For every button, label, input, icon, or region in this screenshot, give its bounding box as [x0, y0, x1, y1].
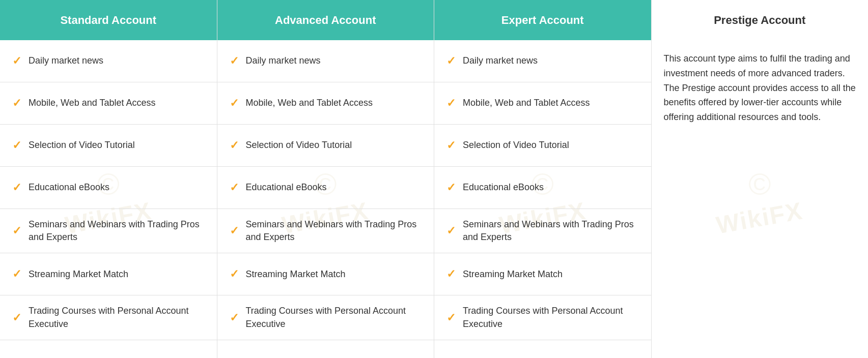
prestige-description: This account type aims to fulfil the tra…	[652, 40, 869, 136]
feature-text-expert-1: Mobile, Web and Tablet Access	[463, 97, 590, 109]
checkmark-icon-standard-3: ✓	[12, 181, 21, 194]
feature-text-standard-0: Daily market news	[29, 54, 103, 67]
checkmark-icon-expert-0: ✓	[446, 54, 456, 68]
checkmark-icon-standard-4: ✓	[12, 224, 21, 237]
col-inner-standard: ©WikiFX✓Daily market news✓Mobile, Web an…	[0, 40, 217, 358]
checkmark-icon-expert-1: ✓	[446, 97, 456, 110]
feature-text-expert-4: Seminars and Webinars with Trading Pros …	[463, 218, 639, 244]
comparison-table: Standard Account©WikiFX✓Daily market new…	[0, 0, 868, 358]
checkmark-icon-advanced-4: ✓	[230, 224, 239, 237]
feature-text-expert-3: Educational eBooks	[463, 181, 544, 194]
checkmark-icon-standard-5: ✓	[12, 267, 21, 281]
feature-row-expert-6: ✓Trading Courses with Personal Account E…	[434, 295, 651, 340]
checkmark-icon-expert-5: ✓	[446, 267, 456, 281]
feature-text-advanced-0: Daily market news	[246, 54, 321, 67]
feature-row-expert-5: ✓Streaming Market Match	[434, 253, 651, 295]
feature-text-standard-6: Trading Courses with Personal Account Ex…	[29, 305, 205, 330]
checkmark-icon-advanced-6: ✓	[230, 311, 239, 324]
checkmark-icon-advanced-3: ✓	[230, 181, 239, 194]
watermark-circle: ©	[748, 167, 771, 202]
checkmark-icon-advanced-0: ✓	[230, 54, 239, 68]
feature-text-advanced-1: Mobile, Web and Tablet Access	[246, 97, 373, 109]
checkmark-icon-standard-1: ✓	[12, 97, 21, 110]
checkmark-icon-expert-3: ✓	[446, 181, 456, 194]
feature-text-expert-2: Selection of Video Tutorial	[463, 139, 569, 152]
checkmark-icon-advanced-2: ✓	[230, 139, 239, 152]
feature-row-standard-5: ✓Streaming Market Match	[0, 253, 217, 295]
checkmark-icon-standard-2: ✓	[12, 139, 21, 152]
feature-text-standard-3: Educational eBooks	[29, 181, 109, 194]
col-inner-prestige: ©WikiFXThis account type aims to fulfil …	[652, 40, 869, 358]
watermark-text: WikiFX	[714, 196, 805, 239]
checkmark-icon-standard-6: ✓	[12, 311, 21, 324]
header-prestige: Prestige Account	[652, 0, 869, 40]
feature-row-advanced-1: ✓Mobile, Web and Tablet Access	[217, 82, 434, 125]
header-expert: Expert Account	[434, 0, 651, 40]
feature-row-advanced-0: ✓Daily market news	[217, 40, 434, 82]
feature-text-advanced-5: Streaming Market Match	[246, 268, 346, 281]
feature-row-standard-6: ✓Trading Courses with Personal Account E…	[0, 295, 217, 340]
feature-row-expert-4: ✓Seminars and Webinars with Trading Pros…	[434, 209, 651, 253]
checkmark-icon-expert-4: ✓	[446, 224, 456, 237]
feature-row-standard-4: ✓Seminars and Webinars with Trading Pros…	[0, 209, 217, 253]
feature-row-advanced-4: ✓Seminars and Webinars with Trading Pros…	[217, 209, 434, 253]
checkmark-icon-expert-6: ✓	[446, 311, 456, 324]
feature-text-advanced-6: Trading Courses with Personal Account Ex…	[246, 305, 422, 330]
feature-row-standard-2: ✓Selection of Video Tutorial	[0, 125, 217, 167]
header-advanced: Advanced Account	[217, 0, 434, 40]
col-inner-advanced: ©WikiFX✓Daily market news✓Mobile, Web an…	[217, 40, 434, 358]
checkmark-icon-advanced-5: ✓	[230, 267, 239, 281]
feature-row-expert-1: ✓Mobile, Web and Tablet Access	[434, 82, 651, 125]
feature-text-standard-5: Streaming Market Match	[29, 268, 128, 281]
checkmark-icon-advanced-1: ✓	[230, 97, 239, 110]
checkmark-icon-expert-2: ✓	[446, 139, 456, 152]
feature-row-advanced-6: ✓Trading Courses with Personal Account E…	[217, 295, 434, 340]
column-standard: Standard Account©WikiFX✓Daily market new…	[0, 0, 217, 358]
feature-row-advanced-3: ✓Educational eBooks	[217, 167, 434, 209]
column-expert: Expert Account©WikiFX✓Daily market news✓…	[434, 0, 652, 358]
feature-row-expert-3: ✓Educational eBooks	[434, 167, 651, 209]
feature-text-advanced-3: Educational eBooks	[246, 181, 327, 194]
feature-text-expert-5: Streaming Market Match	[463, 268, 563, 281]
feature-row-expert-0: ✓Daily market news	[434, 40, 651, 82]
header-standard: Standard Account	[0, 0, 217, 40]
checkmark-icon-standard-0: ✓	[12, 54, 21, 68]
feature-text-advanced-2: Selection of Video Tutorial	[246, 139, 352, 152]
feature-text-standard-4: Seminars and Webinars with Trading Pros …	[29, 218, 205, 244]
feature-row-expert-2: ✓Selection of Video Tutorial	[434, 125, 651, 167]
feature-row-advanced-5: ✓Streaming Market Match	[217, 253, 434, 295]
column-prestige: Prestige Account©WikiFXThis account type…	[652, 0, 869, 358]
column-advanced: Advanced Account©WikiFX✓Daily market new…	[217, 0, 435, 358]
feature-text-expert-0: Daily market news	[463, 54, 538, 67]
feature-text-standard-2: Selection of Video Tutorial	[29, 139, 135, 152]
feature-text-advanced-4: Seminars and Webinars with Trading Pros …	[246, 218, 422, 244]
feature-row-standard-3: ✓Educational eBooks	[0, 167, 217, 209]
feature-row-advanced-2: ✓Selection of Video Tutorial	[217, 125, 434, 167]
feature-row-standard-1: ✓Mobile, Web and Tablet Access	[0, 82, 217, 125]
feature-text-standard-1: Mobile, Web and Tablet Access	[29, 97, 155, 109]
col-inner-expert: ©WikiFX✓Daily market news✓Mobile, Web an…	[434, 40, 651, 358]
feature-text-expert-6: Trading Courses with Personal Account Ex…	[463, 305, 639, 330]
feature-row-standard-0: ✓Daily market news	[0, 40, 217, 82]
